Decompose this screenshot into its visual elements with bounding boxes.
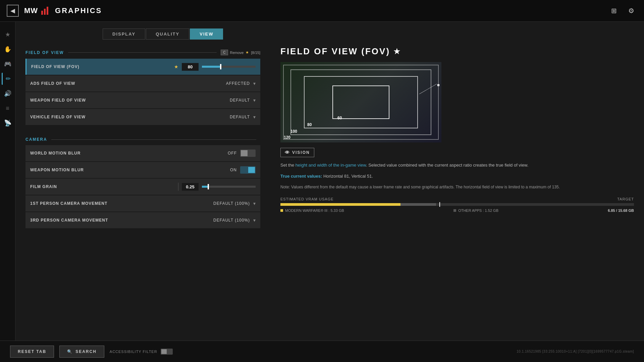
vision-badge: 👁 VISION — [280, 148, 314, 157]
fov-label: FIELD OF VIEW (FOV) — [31, 64, 174, 69]
setting-row-ads-fov[interactable]: ADS FIELD OF VIEW AFFECTED ▾ — [25, 75, 260, 92]
header: ◀ MW GRAPHICS ⊞ ⚙ — [0, 0, 644, 22]
weapon-blur-toggle[interactable] — [240, 166, 256, 174]
vram-labels: MODERN WARFARE® III : 5.33 GB OTHER APPS… — [280, 208, 634, 213]
desc-link: height and width of the in-game view — [296, 163, 366, 168]
setting-row-3rd-camera[interactable]: 3RD PERSON CAMERA MOVEMENT DEFAULT (100%… — [25, 212, 260, 228]
camera-section-header: CAMERA — [25, 137, 260, 142]
search-label: SEARCH — [75, 349, 97, 354]
fav-count: [8/15] — [251, 51, 260, 55]
sidebar-item-audio[interactable]: 🔊 — [2, 87, 14, 100]
vram-header: ESTIMATED VRAM USAGE TARGET — [280, 197, 634, 201]
accessibility-label: ACCESSIBILITY FILTER — [110, 350, 157, 354]
vram-bar-mw — [280, 203, 400, 206]
version-text: 10.1.16521985 [33:255:10010+11:A] [7201]… — [517, 350, 634, 353]
sidebar-item-network[interactable]: 📡 — [2, 117, 14, 129]
bar3 — [47, 7, 48, 15]
world-blur-thumb — [241, 150, 248, 156]
logo: MW — [24, 6, 48, 15]
info-current-values: True current values: Horizontal 81, Vert… — [280, 173, 634, 180]
tab-quality[interactable]: QUALITY — [146, 28, 189, 40]
accessibility-toggle[interactable] — [161, 349, 173, 355]
film-grain-slider[interactable] — [202, 186, 256, 188]
setting-row-weapon-fov[interactable]: WEAPON FIELD OF VIEW DEFAULT ▾ — [25, 92, 260, 108]
vram-mw-text: MODERN WARFARE® III : 5.33 GB — [285, 208, 344, 213]
vram-total: 6.85 / 15.68 GB — [608, 208, 634, 213]
fov-slider[interactable] — [202, 66, 256, 68]
vram-other-dot — [453, 209, 456, 212]
info-title-text: FIELD OF VIEW (FOV) — [280, 46, 390, 57]
settings-container: FIELD OF VIEW C Remove ★ [8/15] FIELD OF… — [15, 40, 644, 362]
sidebar-nav: ★ ✋ 🎮 ✏ 🔊 ≡ 📡 — [0, 22, 15, 362]
weapon-blur-thumb — [248, 167, 255, 173]
main-layout: ★ ✋ 🎮 ✏ 🔊 ≡ 📡 DISPLAY QUALITY VIEW FIELD… — [0, 22, 644, 362]
film-grain-thumb — [208, 184, 209, 189]
desc-part1: Set the — [280, 163, 296, 168]
vram-other-text: OTHER APPS : 1.52 GB — [458, 208, 498, 213]
bottom-bar: RESET TAB 🔍 SEARCH ACCESSIBILITY FILTER … — [0, 341, 644, 362]
true-current-values: Horizontal 81, Vertical 51. — [322, 174, 373, 179]
fov-slider-thumb — [220, 64, 221, 69]
accessibility-thumb — [161, 349, 167, 354]
desc-part2: . Selected value combined with the curre… — [366, 163, 528, 168]
grid-icon[interactable]: ⊞ — [608, 5, 620, 17]
camera-section-title: CAMERA — [25, 137, 47, 142]
info-panel: FIELD OF VIEW (FOV) ★ 120 100 80 60 — [270, 40, 644, 362]
film-grain-label: FILM GRAIN — [30, 184, 178, 189]
setting-row-vehicle-fov[interactable]: VEHICLE FIELD OF VIEW DEFAULT ▾ — [25, 109, 260, 125]
vram-mw-label: MODERN WARFARE® III : 5.33 GB — [280, 208, 344, 213]
ads-fov-chevron: ▾ — [253, 81, 256, 86]
section-spacer — [25, 126, 260, 134]
tab-view[interactable]: VIEW — [190, 28, 223, 40]
info-title-star: ★ — [393, 47, 401, 56]
accessibility-row: ACCESSIBILITY FILTER — [110, 349, 173, 355]
weapon-blur-value: ON — [230, 168, 237, 172]
1st-camera-chevron: ▾ — [253, 201, 256, 206]
weapon-blur-label: WEAPON MOTION BLUR — [30, 168, 230, 172]
settings-icon[interactable]: ⚙ — [625, 5, 637, 17]
info-description: Set the height and width of the in-game … — [280, 162, 634, 169]
vehicle-fov-label: VEHICLE FIELD OF VIEW — [30, 115, 230, 119]
film-grain-divider — [178, 183, 178, 191]
sidebar-item-graphics[interactable]: ✏ — [2, 73, 14, 85]
logo-text: MW — [24, 6, 38, 15]
fov-value: 80 — [182, 63, 199, 71]
weapon-fov-value: DEFAULT — [230, 98, 250, 103]
fav-key-badge: C — [221, 50, 228, 55]
sidebar-item-gamepad[interactable]: 🎮 — [2, 58, 14, 70]
world-blur-toggle[interactable] — [240, 149, 256, 157]
tab-display[interactable]: DISPLAY — [103, 28, 145, 40]
page-title: GRAPHICS — [55, 6, 102, 15]
weapon-fov-chevron: ▾ — [253, 98, 256, 103]
1st-camera-value: DEFAULT (100%) — [213, 201, 250, 206]
vehicle-fov-chevron: ▾ — [253, 114, 256, 120]
vision-icon: 👁 — [285, 150, 290, 155]
fov-label-80: 80 — [307, 122, 312, 127]
info-note: Note: Values different from the default … — [280, 184, 634, 190]
ads-fov-label: ADS FIELD OF VIEW — [30, 81, 226, 86]
setting-row-film-grain[interactable]: FILM GRAIN 0.25 — [25, 179, 260, 195]
vision-label: VISION — [292, 150, 310, 155]
fov-section-header: FIELD OF VIEW C Remove ★ [8/15] — [25, 50, 260, 55]
true-current-label: True current values: — [280, 174, 322, 179]
section-divider — [68, 52, 217, 53]
sidebar-item-controls[interactable]: ✋ — [2, 43, 14, 55]
world-blur-label: WORLD MOTION BLUR — [30, 151, 228, 156]
search-button[interactable]: 🔍 SEARCH — [59, 346, 104, 358]
setting-row-weapon-blur[interactable]: WEAPON MOTION BLUR ON — [25, 162, 260, 178]
film-grain-value: 0.25 — [182, 183, 199, 191]
content-area: DISPLAY QUALITY VIEW FIELD OF VIEW C Rem… — [15, 22, 644, 362]
reset-tab-button[interactable]: RESET TAB — [10, 346, 54, 358]
setting-row-fov[interactable]: FIELD OF VIEW (FOV) ★ 80 — [25, 59, 260, 75]
info-title: FIELD OF VIEW (FOV) ★ — [280, 46, 634, 57]
sidebar-item-interface[interactable]: ≡ — [2, 102, 14, 114]
back-button[interactable]: ◀ — [7, 5, 19, 17]
world-blur-value: OFF — [228, 151, 237, 156]
3rd-camera-value: DEFAULT (100%) — [213, 218, 250, 223]
setting-row-1st-camera[interactable]: 1ST PERSON CAMERA MOVEMENT DEFAULT (100%… — [25, 195, 260, 212]
bar2 — [44, 9, 46, 15]
weapon-fov-label: WEAPON FIELD OF VIEW — [30, 98, 230, 103]
sidebar-item-favorites[interactable]: ★ — [2, 28, 14, 41]
setting-row-world-blur[interactable]: WORLD MOTION BLUR OFF — [25, 145, 260, 161]
tabs-bar: DISPLAY QUALITY VIEW — [15, 22, 644, 40]
